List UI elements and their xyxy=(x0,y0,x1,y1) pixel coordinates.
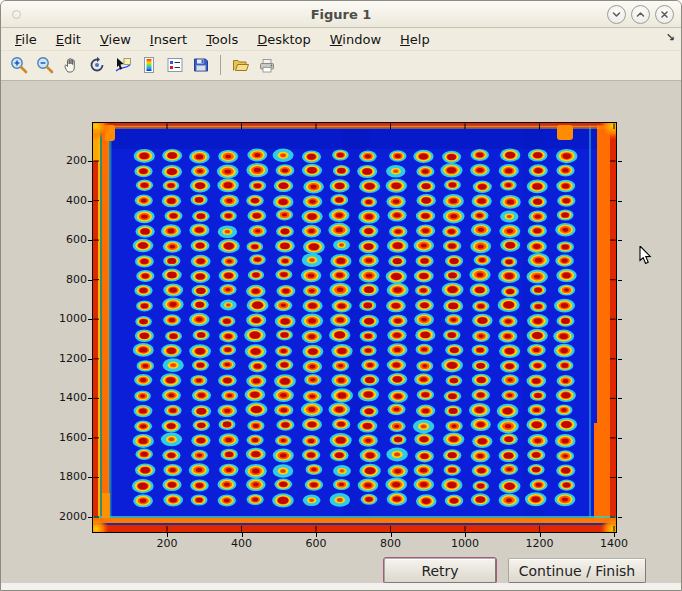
y-tick-mark xyxy=(88,517,92,518)
x-tick-mark xyxy=(167,533,168,537)
y-tick-label: 800 xyxy=(45,273,87,287)
toolbar-separator xyxy=(220,55,221,75)
y-tick-label: 1200 xyxy=(45,352,87,366)
title-bar[interactable]: Figure 1 xyxy=(1,1,681,28)
y-tick-mark xyxy=(88,359,92,360)
y-tick-label: 400 xyxy=(45,194,87,208)
y-tick-label: 200 xyxy=(45,154,87,168)
y-tick-mark xyxy=(618,280,622,281)
close-button[interactable] xyxy=(655,5,674,24)
y-tick-label: 1400 xyxy=(45,391,87,405)
x-tick-mark xyxy=(614,533,615,537)
x-tick-mark xyxy=(242,533,243,537)
x-tick-mark xyxy=(316,533,317,537)
menu-item-desktop[interactable]: Desktop xyxy=(251,31,317,48)
x-tick-mark xyxy=(391,533,392,537)
menu-item-edit[interactable]: Edit xyxy=(50,31,87,48)
y-tick-mark xyxy=(618,319,622,320)
x-tick-label: 1400 xyxy=(589,537,639,551)
x-tick-mark xyxy=(465,533,466,537)
x-tick-mark xyxy=(540,533,541,537)
y-tick-label: 1000 xyxy=(45,312,87,326)
retry-button[interactable]: Retry xyxy=(384,558,496,583)
window-bottom-strip xyxy=(1,583,681,590)
figure-canvas: Retry Continue / Finish 2004006008001000… xyxy=(2,81,682,585)
zoom-out-icon[interactable] xyxy=(33,54,56,77)
menu-item-help[interactable]: Help xyxy=(394,31,436,48)
window-controls xyxy=(607,5,674,24)
menu-item-window[interactable]: Window xyxy=(324,31,387,48)
x-tick-label: 800 xyxy=(366,537,416,551)
maximize-button[interactable] xyxy=(631,5,650,24)
y-tick-label: 1800 xyxy=(45,470,87,484)
y-tick-mark xyxy=(88,477,92,478)
y-tick-mark xyxy=(618,240,622,241)
minimize-button[interactable] xyxy=(607,5,626,24)
y-tick-label: 1600 xyxy=(45,431,87,445)
y-tick-mark xyxy=(618,477,622,478)
y-tick-mark xyxy=(88,438,92,439)
x-tick-label: 200 xyxy=(142,537,192,551)
y-tick-mark xyxy=(88,319,92,320)
x-tick-label: 600 xyxy=(291,537,341,551)
colorbar-icon[interactable] xyxy=(137,54,160,77)
menu-item-insert[interactable]: Insert xyxy=(144,31,193,48)
y-tick-mark xyxy=(88,161,92,162)
menu-item-view[interactable]: View xyxy=(94,31,137,48)
y-tick-mark xyxy=(618,359,622,360)
y-tick-mark xyxy=(618,161,622,162)
y-tick-mark xyxy=(88,280,92,281)
dock-figure-icon[interactable]: ↘ xyxy=(666,31,675,44)
pan-icon[interactable] xyxy=(59,54,82,77)
y-tick-mark xyxy=(88,398,92,399)
legend-icon[interactable] xyxy=(163,54,186,77)
print-icon[interactable] xyxy=(255,54,278,77)
toolbar xyxy=(1,50,681,81)
x-tick-label: 1200 xyxy=(515,537,565,551)
y-tick-mark xyxy=(618,398,622,399)
y-tick-label: 2000 xyxy=(45,510,87,524)
y-tick-mark xyxy=(618,201,622,202)
rotate-3d-icon[interactable] xyxy=(85,54,108,77)
y-tick-mark xyxy=(88,201,92,202)
data-cursor-icon[interactable] xyxy=(111,54,134,77)
y-tick-mark xyxy=(618,517,622,518)
heatmap-image xyxy=(93,123,616,532)
continue-finish-button[interactable]: Continue / Finish xyxy=(508,558,646,583)
save-icon[interactable] xyxy=(189,54,212,77)
y-tick-label: 600 xyxy=(45,233,87,247)
open-folder-icon[interactable] xyxy=(229,54,252,77)
x-tick-label: 400 xyxy=(217,537,267,551)
figure-window: Figure 1 FileEditViewInsertToolsDesktopW… xyxy=(0,0,682,591)
y-tick-mark xyxy=(88,240,92,241)
x-tick-label: 1000 xyxy=(440,537,490,551)
mouse-cursor xyxy=(639,246,652,265)
zoom-in-icon[interactable] xyxy=(7,54,30,77)
menu-item-file[interactable]: File xyxy=(9,31,43,48)
menu-bar: FileEditViewInsertToolsDesktopWindowHelp xyxy=(1,28,681,50)
y-tick-mark xyxy=(618,438,622,439)
window-title: Figure 1 xyxy=(1,1,681,28)
menu-item-tools[interactable]: Tools xyxy=(200,31,244,48)
